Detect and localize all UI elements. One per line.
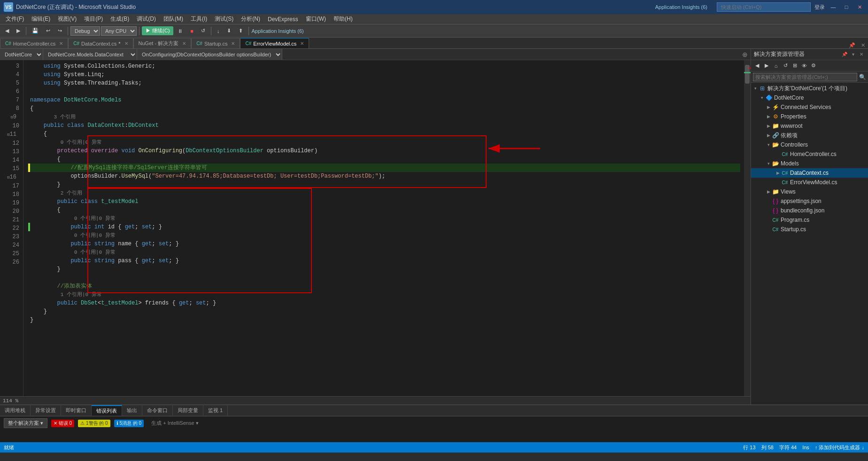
tree-properties[interactable]: ▶ ⚙ Properties [751, 112, 868, 121]
tree-dependencies[interactable]: ▶ 🔗 依赖项 [751, 131, 868, 140]
tree-startup[interactable]: ▶ C# Startup.cs [751, 225, 868, 234]
se-search-input[interactable] [753, 73, 857, 81]
tab-startup-close[interactable]: ✕ [231, 41, 235, 46]
se-home-btn[interactable]: ⌂ [772, 62, 780, 70]
restart-btn[interactable]: ↺ [198, 26, 209, 35]
error-badge[interactable]: ✕ 错误 0 [51, 420, 74, 427]
tree-project[interactable]: ▾ 🔷 DotNetCore [751, 93, 868, 102]
code-line-5: using System.Threading.Tasks; [27, 79, 740, 87]
window-title: DotNetCore (正在调试) - Microsoft Visual Stu… [16, 3, 136, 11]
step-over-btn[interactable]: ↓ [214, 27, 223, 35]
se-forward-btn[interactable]: ▶ [762, 62, 771, 70]
toolbar-back-btn[interactable]: ◀ [2, 26, 12, 35]
btab-immediate[interactable]: 即时窗口 [61, 406, 92, 415]
build-intellisense-dropdown[interactable]: 生成 + IntelliSense ▾ [151, 420, 198, 427]
btab-locals[interactable]: 局部变量 [173, 406, 203, 415]
tree-errorviewmodel[interactable]: ▶ C# ErrorViewModel.cs [751, 178, 868, 187]
app-insights-toolbar[interactable]: Application Insights (6) [251, 28, 303, 34]
menu-debug[interactable]: 调试(D) [133, 14, 160, 24]
quick-search-input[interactable] [717, 2, 811, 12]
tree-project-label: DotNetCore [774, 94, 804, 101]
debug-mode-select[interactable]: Debug [70, 26, 100, 36]
tree-models[interactable]: ▾ 📂 Models [751, 159, 868, 168]
tab-errorviewmodel-close[interactable]: ✕ [300, 41, 304, 46]
step-out-btn[interactable]: ⬆ [235, 26, 246, 35]
toolbar-forward-btn[interactable]: ▶ [13, 26, 23, 35]
se-pin-btn[interactable]: 📌 [841, 51, 848, 58]
step-into-btn[interactable]: ⬇ [224, 26, 234, 35]
tree-views[interactable]: ▶ 📁 Views [751, 187, 868, 196]
btab-command[interactable]: 命令窗口 [142, 406, 173, 415]
tree-bundleconfig[interactable]: ▶ { } bundleconfig.json [751, 206, 868, 215]
se-properties-btn[interactable]: ⚙ [809, 62, 818, 70]
menu-window[interactable]: 窗口(W) [302, 14, 330, 24]
tree-views-label: Views [781, 188, 796, 195]
pause-btn[interactable]: ⏸ [174, 27, 186, 35]
toolbar-undo-btn[interactable]: ↩ [43, 26, 54, 35]
se-show-all-btn[interactable]: 👁 [800, 62, 808, 70]
tree-solution[interactable]: ▾ ⊞ 解决方案'DotNetCore'(1 个项目) [751, 84, 868, 93]
tab-datacontext-close[interactable]: ✕ [124, 41, 128, 46]
menu-edit[interactable]: 编辑(E) [28, 14, 54, 24]
toolbar-redo-btn[interactable]: ↪ [54, 26, 65, 35]
tab-startup[interactable]: C# Startup.cs ✕ [191, 38, 240, 48]
code-line-16: public class t_testModel [27, 197, 740, 206]
login-text[interactable]: 登录 [814, 4, 825, 11]
btab-callstack[interactable]: 调用堆栈 [0, 406, 31, 415]
code-line-11-hint: 0 个引用|0 异常 [27, 138, 740, 147]
tree-appsettings[interactable]: ▶ { } appsettings.json [751, 196, 868, 206]
namespace-select[interactable]: DotNetCore [0, 49, 43, 60]
tree-homecontroller[interactable]: ▶ C# HomeController.cs [751, 149, 868, 159]
maximize-button[interactable]: □ [842, 2, 851, 12]
tab-datacontext[interactable]: C# DataContext.cs * ✕ [68, 38, 133, 48]
tab-homecontroller-close[interactable]: ✕ [59, 41, 63, 46]
btab-watch[interactable]: 监视 1 [203, 406, 228, 415]
search-scope-dropdown[interactable]: 整个解决方案 ▾ [4, 418, 47, 428]
minimize-button[interactable]: — [829, 2, 838, 12]
menu-analyze[interactable]: 分析(N) [237, 14, 264, 24]
tree-connected-services[interactable]: ▶ ⚡ Connected Services [751, 102, 868, 112]
tab-pin-btn[interactable]: 📌 [846, 42, 858, 48]
menu-file[interactable]: 文件(F) [2, 14, 28, 24]
tree-program[interactable]: ▶ C# Program.cs [751, 215, 868, 225]
code-content[interactable]: 3 4 5 6 7 8 ⊟9 10 ⊟11 12 13 14 15 ⊟16 [0, 60, 751, 396]
menu-project[interactable]: 项目(P) [80, 14, 107, 24]
se-refresh-btn[interactable]: ↺ [781, 62, 790, 70]
scrollbar-error-indicator [749, 67, 751, 69]
tab-homecontroller[interactable]: C# HomeController.cs ✕ [0, 38, 68, 48]
stop-btn[interactable]: ■ [187, 27, 197, 35]
btab-exceptions[interactable]: 异常设置 [31, 406, 61, 415]
code-body[interactable]: using System.Collections.Generic; using … [23, 60, 744, 396]
menu-build[interactable]: 生成(B) [107, 14, 133, 24]
se-back-btn[interactable]: ◀ [753, 62, 761, 70]
warn-badge[interactable]: ⚠ 1警告 的 0 [78, 420, 110, 427]
tab-nuget-close[interactable]: ✕ [182, 41, 186, 46]
class-path-select[interactable]: DotNetCore.Models.DataContext [43, 49, 137, 60]
platform-select[interactable]: Any CPU [101, 26, 137, 36]
toolbar-save-btn[interactable]: 💾 [29, 26, 42, 35]
zoom-level[interactable]: 114 % [3, 398, 18, 404]
right-scrollbar[interactable] [744, 60, 751, 396]
info-badge[interactable]: ℹ 5消息 的 0 [114, 420, 144, 427]
expand-editor-btn[interactable]: ⊕ [739, 51, 751, 58]
tree-controllers[interactable]: ▾ 📂 Controllers [751, 140, 868, 149]
menu-view[interactable]: 视图(V) [54, 14, 80, 24]
menu-test[interactable]: 测试(S) [211, 14, 237, 24]
tree-wwwroot[interactable]: ▶ 📁 wwwroot [751, 121, 868, 131]
close-button[interactable]: ✕ [855, 2, 864, 12]
method-select[interactable]: OnConfiguring(DbContextOptionsBuilder op… [137, 49, 282, 60]
menu-team[interactable]: 团队(M) [160, 14, 187, 24]
se-close-btn[interactable]: ✕ [858, 51, 865, 58]
btab-output[interactable]: 输出 [122, 406, 142, 415]
se-filter-btn[interactable]: ⊞ [790, 62, 799, 70]
menu-tools[interactable]: 工具(I) [187, 14, 211, 24]
menu-help[interactable]: 帮助(H) [330, 14, 356, 24]
tab-close-btn[interactable]: ✕ [858, 42, 868, 48]
menu-devexpress[interactable]: DevExpress [264, 15, 302, 23]
tab-nuget[interactable]: NuGet - 解决方案 ✕ [133, 38, 192, 48]
btab-errorlist[interactable]: 错误列表 [92, 405, 122, 416]
tab-errorviewmodel[interactable]: C# ErrorViewModel.cs ✕ [240, 38, 309, 48]
se-dropdown-btn[interactable]: ▾ [849, 51, 857, 58]
tree-datacontext[interactable]: ▶ C# DataContext.cs [751, 168, 868, 178]
continue-button[interactable]: ▶ 继续(C) [142, 26, 173, 35]
